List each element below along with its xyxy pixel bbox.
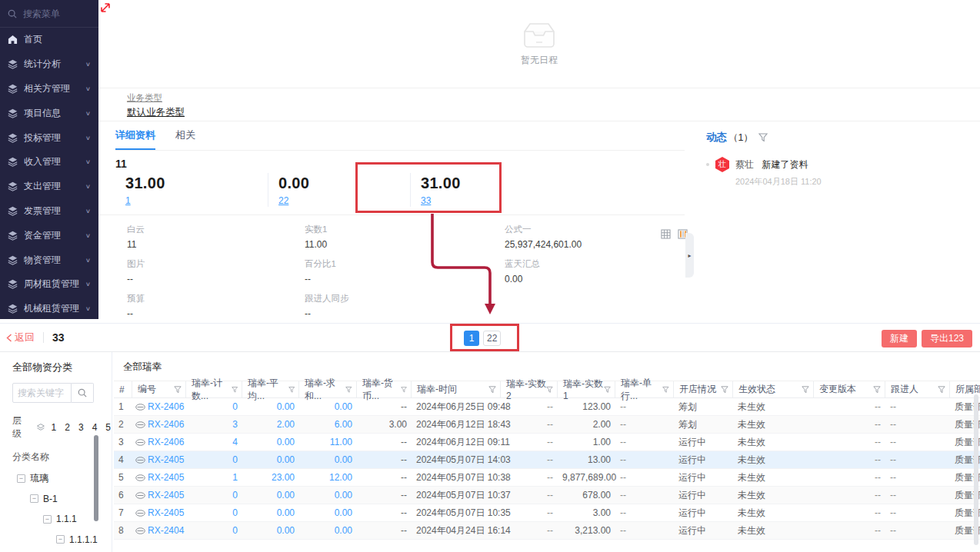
sidebar-item-home[interactable]: 首页	[0, 28, 98, 52]
cell-sum[interactable]: 0.00	[299, 401, 357, 412]
header-cell[interactable]: 变更版本	[814, 381, 885, 397]
sidebar-item[interactable]: 支出管理 ∨	[0, 175, 98, 199]
cell-code[interactable]: RX-2405...	[132, 490, 186, 500]
cell-code[interactable]: RX-2405...	[132, 472, 186, 483]
sidebar-item[interactable]: 物资管理 ∨	[0, 248, 98, 272]
header-cell[interactable]: 瑞幸-实数2	[501, 381, 558, 397]
cell-sum[interactable]: 0.00	[299, 507, 357, 518]
header-cell[interactable]: 瑞幸-计数...	[186, 381, 242, 397]
sidebar-item[interactable]: 收入管理 ∨	[0, 150, 98, 175]
sidebar-item[interactable]: 投标管理 ∨	[0, 125, 98, 150]
cell-code[interactable]: RX-2406...	[132, 437, 186, 447]
table-row[interactable]: 4 RX-2405... 0 0.00 0.00 -- 2024年05月07日 …	[114, 451, 980, 469]
header-cell[interactable]: 瑞幸-货币...	[357, 381, 412, 397]
back-button[interactable]: 返回	[6, 331, 35, 344]
header-cell[interactable]: 瑞幸-实数1	[558, 381, 615, 397]
business-type-value[interactable]: 默认业务类型	[127, 106, 980, 119]
filter-icon[interactable]	[288, 386, 295, 394]
business-type-label[interactable]: 业务类型	[127, 92, 980, 104]
sidebar-search-input[interactable]	[22, 8, 88, 20]
tree-expander-icon[interactable]: −	[56, 535, 65, 544]
activity-user[interactable]: 蔡壮	[735, 159, 754, 170]
cell-sum[interactable]: 11.00	[299, 437, 357, 447]
cell-code[interactable]: RX-2406...	[132, 401, 186, 412]
detail-tab[interactable]: 详细资料	[115, 121, 155, 150]
filter-icon[interactable]	[345, 386, 352, 394]
record-link[interactable]: RX-2406...	[148, 401, 185, 412]
header-cell[interactable]: 瑞幸-求和...	[299, 381, 357, 397]
cell-count[interactable]: 0	[186, 490, 242, 500]
sidebar-item[interactable]: 发票管理 ∨	[0, 199, 98, 224]
filter-icon[interactable]	[488, 386, 496, 394]
header-cell[interactable]: 瑞幸-平均...	[242, 381, 299, 397]
filter-icon[interactable]	[546, 386, 553, 394]
filter-icon[interactable]	[873, 386, 881, 394]
cell-avg[interactable]: 0.00	[242, 490, 299, 500]
cell-count[interactable]: 0	[186, 401, 242, 412]
filter-icon[interactable]	[721, 386, 728, 394]
filter-icon[interactable]	[938, 386, 945, 394]
header-cell[interactable]: 开店情况	[674, 381, 733, 397]
sidebar-item[interactable]: 周材租赁管理 ∨	[0, 272, 98, 297]
header-cell[interactable]: 瑞幸-单行...	[615, 381, 674, 397]
filter-icon[interactable]	[662, 386, 669, 394]
header-cell[interactable]: 跟进人	[885, 381, 950, 397]
cell-sum[interactable]: 6.00	[299, 419, 357, 430]
table-row[interactable]: 3 RX-2406... 4 0.00 11.00 -- 2024年06月12日…	[114, 434, 980, 451]
cell-count[interactable]: 0	[186, 454, 242, 465]
table-scrollbar[interactable]	[974, 394, 978, 545]
record-link[interactable]: RX-2405...	[148, 490, 185, 500]
cell-avg[interactable]: 2.00	[242, 419, 299, 430]
table-row[interactable]: 8 RX-2404... 0 0.00 0.00 -- 2024年04月24日 …	[114, 522, 980, 540]
avatar[interactable]: 壮	[715, 157, 729, 172]
cell-count[interactable]: 4	[186, 437, 242, 447]
level-number[interactable]: 3	[78, 422, 85, 433]
stat-link[interactable]: 33	[421, 195, 431, 206]
sidebar-item[interactable]: 资金管理 ∨	[0, 223, 98, 248]
category-search-input[interactable]	[12, 383, 72, 403]
cell-sum[interactable]: 12.00	[299, 472, 357, 483]
grid-view-icon[interactable]	[661, 229, 671, 239]
cell-avg[interactable]: 0.00	[242, 507, 299, 518]
detail-tab[interactable]: 相关	[175, 121, 195, 150]
fullscreen-expand-icon[interactable]	[100, 2, 111, 13]
table-row[interactable]: 7 RX-2405... 0 0.00 0.00 -- 2024年05月07日 …	[114, 504, 980, 522]
header-cell[interactable]: 编号	[132, 381, 186, 397]
filter-icon[interactable]	[232, 386, 238, 394]
category-search-button[interactable]	[72, 383, 94, 403]
cell-code[interactable]: RX-2406...	[132, 419, 186, 430]
cell-code[interactable]: RX-2405...	[132, 454, 186, 465]
table-row[interactable]: 1 RX-2406... 0 0.00 0.00 -- 2024年06月25日 …	[114, 398, 980, 416]
cell-sum[interactable]: 0.00	[299, 454, 357, 465]
sidebar-item[interactable]: 相关方管理 ∨	[0, 77, 98, 101]
action-button[interactable]: 新建	[882, 330, 917, 347]
cell-count[interactable]: 3	[186, 419, 242, 430]
cell-avg[interactable]: 0.00	[242, 525, 299, 536]
record-link[interactable]: RX-2405...	[148, 472, 185, 483]
cell-count[interactable]: 1	[186, 472, 242, 483]
sidebar-item[interactable]: 项目信息 ∨	[0, 101, 98, 125]
filter-icon[interactable]	[401, 386, 407, 394]
record-link[interactable]: RX-2406...	[148, 437, 185, 447]
filter-icon[interactable]	[802, 386, 809, 394]
tree-expander-icon[interactable]: −	[43, 515, 52, 524]
sidebar-item[interactable]: 统计分析 ∨	[0, 52, 98, 77]
table-row[interactable]: 2 RX-2406... 3 2.00 6.00 3.00 2024年06月12…	[114, 416, 980, 434]
sidebar-item[interactable]: 机械租赁管理 ∨	[0, 297, 98, 319]
filter-icon[interactable]	[174, 386, 182, 394]
cell-count[interactable]: 0	[186, 525, 242, 536]
filter-icon[interactable]	[604, 386, 611, 394]
tree-node[interactable]: − 1.1.1.1	[12, 530, 112, 550]
cell-sum[interactable]: 0.00	[299, 490, 357, 500]
stat-link[interactable]: 22	[278, 195, 288, 206]
pagination-current[interactable]: 1	[464, 331, 479, 346]
level-number[interactable]: 4	[92, 422, 98, 433]
table-row[interactable]: 5 RX-2405... 1 23.00 12.00 -- 2024年05月07…	[114, 469, 980, 487]
cell-avg[interactable]: 23.00	[242, 472, 299, 483]
record-link[interactable]: RX-2405...	[148, 454, 185, 465]
collapse-panel-handle[interactable]: ▸	[685, 233, 694, 278]
cell-sum[interactable]: 0.00	[299, 525, 357, 536]
record-link[interactable]: RX-2406...	[148, 419, 185, 430]
action-button[interactable]: 导出123	[922, 330, 972, 347]
header-cell[interactable]: #	[114, 381, 132, 397]
